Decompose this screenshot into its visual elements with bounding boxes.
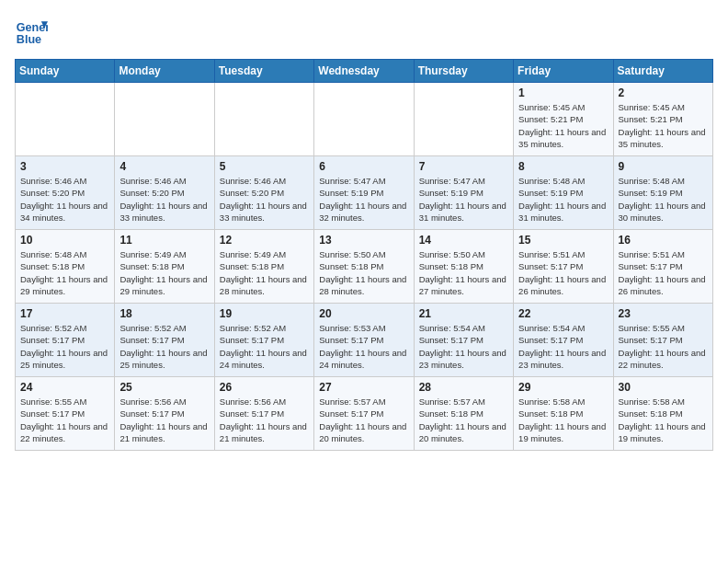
day-info: Sunrise: 5:47 AM Sunset: 5:19 PM Dayligh…	[419, 175, 508, 224]
calendar-cell	[414, 83, 513, 156]
calendar-cell: 10Sunrise: 5:48 AM Sunset: 5:18 PM Dayli…	[16, 230, 115, 304]
calendar-cell: 30Sunrise: 5:58 AM Sunset: 5:18 PM Dayli…	[613, 377, 712, 451]
day-info: Sunrise: 5:56 AM Sunset: 5:17 PM Dayligh…	[119, 396, 209, 444]
day-info: Sunrise: 5:45 AM Sunset: 5:21 PM Dayligh…	[619, 101, 708, 150]
calendar-week-row: 3Sunrise: 5:46 AM Sunset: 5:20 PM Daylig…	[16, 156, 713, 230]
calendar-cell: 4Sunrise: 5:46 AM Sunset: 5:20 PM Daylig…	[115, 156, 214, 230]
day-number: 20	[319, 307, 408, 320]
calendar-cell: 23Sunrise: 5:55 AM Sunset: 5:17 PM Dayli…	[613, 304, 712, 377]
day-info: Sunrise: 5:54 AM Sunset: 5:17 PM Dayligh…	[419, 322, 508, 371]
weekday-header: Sunday	[16, 60, 115, 83]
day-info: Sunrise: 5:51 AM Sunset: 5:17 PM Dayligh…	[619, 248, 708, 297]
day-number: 13	[319, 234, 408, 247]
day-number: 4	[119, 160, 209, 173]
page-header: General Blue	[15, 15, 713, 48]
calendar-cell	[214, 83, 313, 156]
calendar-cell: 5Sunrise: 5:46 AM Sunset: 5:20 PM Daylig…	[214, 156, 313, 230]
day-number: 25	[119, 381, 209, 394]
day-info: Sunrise: 5:46 AM Sunset: 5:20 PM Dayligh…	[119, 175, 209, 224]
day-number: 15	[518, 234, 608, 247]
weekday-header: Tuesday	[214, 60, 313, 83]
weekday-header: Monday	[115, 60, 214, 83]
day-info: Sunrise: 5:46 AM Sunset: 5:20 PM Dayligh…	[220, 175, 309, 224]
calendar-cell	[16, 83, 115, 156]
logo-icon: General Blue	[15, 15, 48, 48]
calendar-cell: 12Sunrise: 5:49 AM Sunset: 5:18 PM Dayli…	[214, 230, 313, 304]
day-info: Sunrise: 5:57 AM Sunset: 5:17 PM Dayligh…	[319, 396, 408, 444]
calendar-cell	[314, 83, 414, 156]
day-number: 6	[319, 160, 408, 173]
calendar-cell	[115, 83, 214, 156]
day-info: Sunrise: 5:49 AM Sunset: 5:18 PM Dayligh…	[220, 248, 309, 297]
calendar-cell: 17Sunrise: 5:52 AM Sunset: 5:17 PM Dayli…	[16, 304, 115, 377]
calendar-cell: 26Sunrise: 5:56 AM Sunset: 5:17 PM Dayli…	[214, 377, 313, 451]
calendar-cell: 21Sunrise: 5:54 AM Sunset: 5:17 PM Dayli…	[414, 304, 513, 377]
day-number: 9	[619, 160, 708, 173]
calendar-cell: 19Sunrise: 5:52 AM Sunset: 5:17 PM Dayli…	[214, 304, 313, 377]
calendar-week-row: 10Sunrise: 5:48 AM Sunset: 5:18 PM Dayli…	[16, 230, 713, 304]
calendar-week-row: 1Sunrise: 5:45 AM Sunset: 5:21 PM Daylig…	[16, 83, 713, 156]
day-info: Sunrise: 5:52 AM Sunset: 5:17 PM Dayligh…	[20, 322, 109, 371]
day-info: Sunrise: 5:52 AM Sunset: 5:17 PM Dayligh…	[119, 322, 209, 371]
day-info: Sunrise: 5:54 AM Sunset: 5:17 PM Dayligh…	[518, 322, 608, 371]
day-info: Sunrise: 5:47 AM Sunset: 5:19 PM Dayligh…	[319, 175, 408, 224]
day-number: 8	[518, 160, 608, 173]
day-number: 22	[518, 307, 608, 320]
day-number: 2	[619, 86, 708, 99]
weekday-header: Thursday	[414, 60, 513, 83]
calendar-cell: 20Sunrise: 5:53 AM Sunset: 5:17 PM Dayli…	[314, 304, 414, 377]
calendar-week-row: 17Sunrise: 5:52 AM Sunset: 5:17 PM Dayli…	[16, 304, 713, 377]
day-info: Sunrise: 5:56 AM Sunset: 5:17 PM Dayligh…	[220, 396, 309, 444]
day-info: Sunrise: 5:55 AM Sunset: 5:17 PM Dayligh…	[20, 396, 109, 444]
day-number: 5	[220, 160, 309, 173]
day-number: 27	[319, 381, 408, 394]
day-number: 12	[220, 234, 309, 247]
calendar-body: 1Sunrise: 5:45 AM Sunset: 5:21 PM Daylig…	[16, 83, 713, 451]
day-info: Sunrise: 5:45 AM Sunset: 5:21 PM Dayligh…	[518, 101, 608, 150]
day-info: Sunrise: 5:48 AM Sunset: 5:18 PM Dayligh…	[20, 248, 109, 297]
calendar-cell: 18Sunrise: 5:52 AM Sunset: 5:17 PM Dayli…	[115, 304, 214, 377]
day-number: 14	[419, 234, 508, 247]
day-number: 29	[518, 381, 608, 394]
calendar-cell: 13Sunrise: 5:50 AM Sunset: 5:18 PM Dayli…	[314, 230, 414, 304]
day-info: Sunrise: 5:46 AM Sunset: 5:20 PM Dayligh…	[20, 175, 109, 224]
calendar-cell: 2Sunrise: 5:45 AM Sunset: 5:21 PM Daylig…	[613, 83, 712, 156]
day-number: 16	[619, 234, 708, 247]
day-number: 11	[119, 234, 209, 247]
day-info: Sunrise: 5:57 AM Sunset: 5:18 PM Dayligh…	[419, 396, 508, 444]
day-number: 21	[419, 307, 508, 320]
day-info: Sunrise: 5:49 AM Sunset: 5:18 PM Dayligh…	[119, 248, 209, 297]
calendar-cell: 9Sunrise: 5:48 AM Sunset: 5:19 PM Daylig…	[613, 156, 712, 230]
day-info: Sunrise: 5:48 AM Sunset: 5:19 PM Dayligh…	[518, 175, 608, 224]
calendar-cell: 22Sunrise: 5:54 AM Sunset: 5:17 PM Dayli…	[514, 304, 613, 377]
day-number: 7	[419, 160, 508, 173]
calendar-cell: 16Sunrise: 5:51 AM Sunset: 5:17 PM Dayli…	[613, 230, 712, 304]
calendar-cell: 24Sunrise: 5:55 AM Sunset: 5:17 PM Dayli…	[16, 377, 115, 451]
day-info: Sunrise: 5:50 AM Sunset: 5:18 PM Dayligh…	[319, 248, 408, 297]
calendar-cell: 27Sunrise: 5:57 AM Sunset: 5:17 PM Dayli…	[314, 377, 414, 451]
day-number: 10	[20, 234, 109, 247]
day-number: 17	[20, 307, 109, 320]
day-info: Sunrise: 5:55 AM Sunset: 5:17 PM Dayligh…	[619, 322, 708, 371]
day-info: Sunrise: 5:53 AM Sunset: 5:17 PM Dayligh…	[319, 322, 408, 371]
weekday-header: Saturday	[613, 60, 712, 83]
day-info: Sunrise: 5:58 AM Sunset: 5:18 PM Dayligh…	[619, 396, 708, 444]
weekday-header: Friday	[514, 60, 613, 83]
day-info: Sunrise: 5:51 AM Sunset: 5:17 PM Dayligh…	[518, 248, 608, 297]
day-info: Sunrise: 5:58 AM Sunset: 5:18 PM Dayligh…	[518, 396, 608, 444]
day-number: 19	[220, 307, 309, 320]
calendar-cell: 25Sunrise: 5:56 AM Sunset: 5:17 PM Dayli…	[115, 377, 214, 451]
calendar-cell: 15Sunrise: 5:51 AM Sunset: 5:17 PM Dayli…	[514, 230, 613, 304]
day-number: 26	[220, 381, 309, 394]
day-number: 3	[20, 160, 109, 173]
day-number: 1	[518, 86, 608, 99]
day-info: Sunrise: 5:50 AM Sunset: 5:18 PM Dayligh…	[419, 248, 508, 297]
day-info: Sunrise: 5:48 AM Sunset: 5:19 PM Dayligh…	[619, 175, 708, 224]
day-number: 30	[619, 381, 708, 394]
calendar-cell: 7Sunrise: 5:47 AM Sunset: 5:19 PM Daylig…	[414, 156, 513, 230]
svg-text:Blue: Blue	[17, 33, 41, 46]
calendar-cell: 6Sunrise: 5:47 AM Sunset: 5:19 PM Daylig…	[314, 156, 414, 230]
day-number: 24	[20, 381, 109, 394]
logo: General Blue	[15, 15, 48, 48]
calendar-cell: 3Sunrise: 5:46 AM Sunset: 5:20 PM Daylig…	[16, 156, 115, 230]
